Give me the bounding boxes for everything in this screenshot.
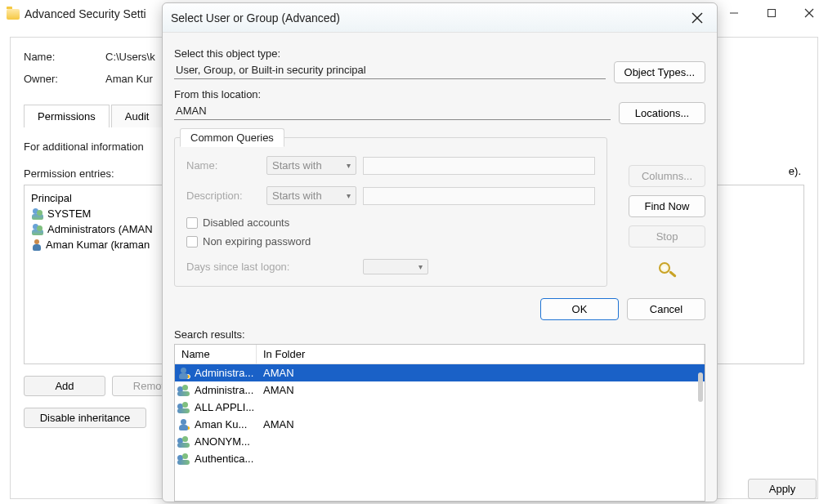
disabled-accounts-label: Disabled accounts [203,216,289,229]
disable-inheritance-button[interactable]: Disable inheritance [24,408,146,428]
apply-button[interactable]: Apply [748,479,817,499]
dialog-titlebar[interactable]: Select User or Group (Advanced) [163,3,717,33]
search-icon [656,261,678,280]
result-row[interactable]: ANONYM... [175,433,705,450]
checkbox-icon [186,217,198,229]
result-row[interactable]: Aman Ku...AMAN [175,416,705,433]
cq-name-label: Name: [186,159,260,172]
common-queries-group: Common Queries Name: Starts with ▾ Descr… [174,137,607,287]
search-results-list[interactable]: Name In Folder Administra...AMANAdminist… [174,344,705,502]
cq-name-text [363,157,595,175]
checkbox-icon [186,236,198,248]
group-icon [31,208,44,220]
stop-button[interactable]: Stop [629,225,705,248]
search-results-label: Search results: [174,328,705,341]
group-icon [175,436,193,448]
principal-name: Aman Kumar (kraman [46,239,150,251]
cq-desc-label: Description: [186,190,260,202]
result-name: ANONYM... [193,435,258,448]
dialog-title: Select User or Group (Advanced) [171,11,340,25]
col-name[interactable]: Name [175,345,257,364]
results-header: Name In Folder [175,345,705,364]
bg-hint-fragment: e). [789,165,801,177]
object-type-field[interactable] [174,61,606,79]
cq-desc-text [363,187,595,205]
right-button-column: Columns... Find Now Stop [629,165,705,280]
svg-rect-1 [768,10,776,17]
group-icon [31,224,44,235]
tab-auditing[interactable]: Audit [111,105,163,127]
group-icon [175,402,193,413]
col-in-folder[interactable]: In Folder [257,345,705,364]
principal-name: Administrators (AMAN [47,223,153,235]
non-expiring-checkbox: Non expiring password [186,235,595,248]
find-now-button[interactable]: Find Now [629,195,705,217]
location-field[interactable] [174,102,611,120]
object-types-button[interactable]: Object Types... [614,61,705,83]
result-name: ALL APPLI... [193,401,258,413]
minimize-button[interactable] [715,0,753,26]
user-icon [175,368,193,379]
cq-name-combo-text: Starts with [272,159,322,172]
close-button[interactable] [790,0,828,26]
chevron-down-icon: ▾ [347,161,351,170]
ok-button[interactable]: OK [540,298,619,320]
select-user-or-group-dialog: Select User or Group (Advanced) Select t… [162,2,718,502]
cancel-button[interactable]: Cancel [627,298,705,320]
add-button[interactable]: Add [24,376,105,396]
result-row[interactable]: Administra...AMAN [175,381,705,399]
owner-value: Aman Kur [105,73,153,85]
chevron-down-icon: ▾ [418,262,423,271]
user-icon [175,419,193,430]
object-type-label: Select this object type: [174,47,705,60]
chevron-down-icon: ▾ [347,191,351,200]
common-queries-tab[interactable]: Common Queries [180,128,284,147]
result-name: Administra... [193,384,258,396]
days-since-combo: ▾ [363,259,428,274]
bg-window-title: Advanced Security Setti [25,7,146,20]
result-name: Authentica... [193,453,258,465]
name-label: Name: [24,51,105,63]
principal-name: SYSTEM [47,207,91,220]
owner-label: Owner: [24,73,105,85]
result-row[interactable]: Administra...AMAN [175,364,705,381]
name-value: C:\Users\k [105,51,155,63]
columns-button[interactable]: Columns... [629,165,705,187]
result-folder: AMAN [258,367,294,379]
cq-name-combo: Starts with ▾ [266,156,356,175]
result-row[interactable]: Authentica... [175,450,705,467]
disabled-accounts-checkbox: Disabled accounts [186,216,595,229]
locations-button[interactable]: Locations... [619,102,705,124]
result-folder: AMAN [258,384,294,396]
tab-permissions[interactable]: Permissions [24,105,110,127]
bg-window-controls [715,0,828,26]
non-expiring-label: Non expiring password [203,235,311,248]
cq-desc-combo: Starts with ▾ [266,186,356,205]
group-icon [175,385,193,396]
folder-icon [7,9,20,20]
location-label: From this location: [174,88,705,100]
result-row[interactable]: ALL APPLI... [175,399,705,416]
days-since-label: Days since last logon: [186,261,356,273]
result-name: Administra... [193,367,258,379]
group-icon [175,453,193,465]
cq-desc-combo-text: Starts with [272,190,322,202]
dialog-close-button[interactable] [686,7,709,29]
user-icon [31,239,43,251]
maximize-button[interactable] [753,0,790,26]
result-name: Aman Ku... [193,418,258,430]
result-folder: AMAN [258,418,294,430]
scrollbar-thumb[interactable] [698,372,703,402]
